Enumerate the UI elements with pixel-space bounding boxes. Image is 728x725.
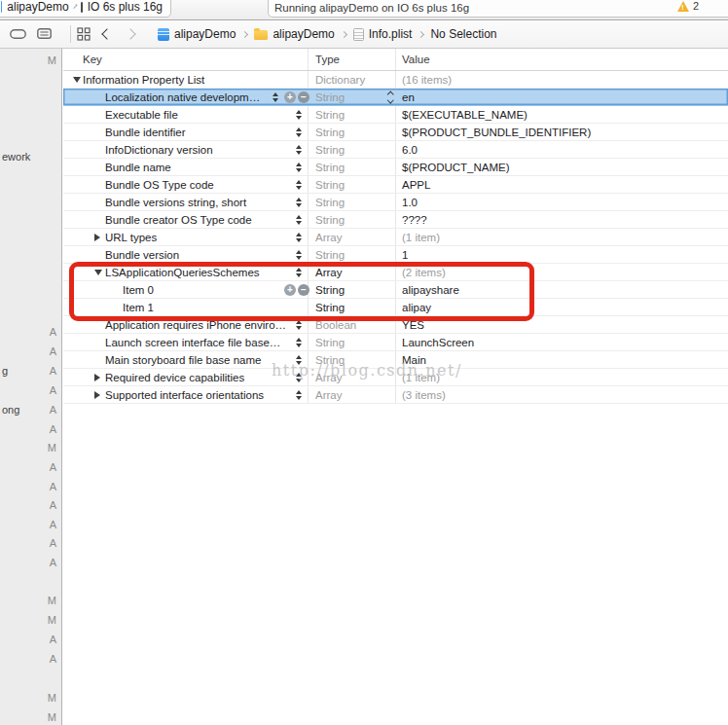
plist-value-cell[interactable]: APPL [402, 179, 430, 191]
plist-type-cell[interactable]: String [315, 354, 345, 366]
plist-type-cell[interactable]: Dictionary [315, 74, 365, 86]
remove-item-button[interactable]: − [298, 91, 309, 103]
forward-button[interactable] [127, 20, 134, 48]
plist-value-cell[interactable]: 6.0 [402, 144, 418, 156]
plist-type-cell[interactable]: String [315, 249, 345, 261]
plist-value-cell[interactable]: 1.0 [402, 197, 418, 208]
stepper-control[interactable] [296, 250, 302, 260]
column-header-value[interactable]: Value [402, 54, 430, 65]
stepper-control[interactable] [296, 390, 302, 400]
scheme-selector[interactable]: alipayDemo IO 6s plus 16g [0, 0, 171, 18]
plist-value-cell[interactable]: (1 item) [402, 372, 440, 383]
plist-row[interactable]: Bundle creator OS Type codeString???? [63, 211, 728, 229]
navigator-file-fragment[interactable]: ong [2, 404, 19, 416]
plist-row[interactable]: Application requires iPhone enviro…Boole… [63, 316, 728, 334]
plist-type-cell[interactable]: String [315, 91, 345, 103]
plist-row[interactable]: Item 1Stringalipay [63, 299, 728, 316]
plist-row[interactable]: Item 0+−Stringalipayshare [63, 281, 728, 299]
comment-icon[interactable] [37, 20, 52, 48]
back-button[interactable] [103, 20, 111, 48]
breadcrumb-project[interactable]: alipayDemo [158, 27, 236, 41]
plist-type-cell[interactable]: String [315, 109, 345, 121]
plist-type-cell[interactable]: Boolean [315, 319, 356, 331]
plist-type-cell[interactable]: String [315, 337, 345, 348]
plist-row[interactable]: Bundle nameString$(PRODUCT_NAME) [63, 159, 728, 176]
plist-value-cell[interactable]: alipay [402, 302, 431, 313]
plist-type-cell[interactable]: String [315, 197, 345, 208]
plist-value-cell[interactable]: YES [402, 319, 424, 331]
stepper-control[interactable] [296, 110, 302, 120]
plist-value-cell[interactable]: (2 items) [402, 267, 446, 278]
plist-row[interactable]: Bundle versionString1 [63, 246, 728, 264]
plist-row[interactable]: Launch screen interface file base…String… [63, 334, 728, 351]
plist-type-cell[interactable]: Array [315, 267, 342, 278]
breadcrumb-selection[interactable]: No Selection [430, 27, 496, 41]
plist-value-cell[interactable]: $(PRODUCT_NAME) [402, 162, 510, 173]
plist-type-cell[interactable]: Array [315, 389, 342, 401]
plist-value-cell[interactable]: (1 item) [402, 232, 440, 243]
plist-row[interactable]: Localization native developm…+−Stringen [63, 89, 728, 106]
plist-value-cell[interactable]: (3 items) [402, 389, 446, 401]
plist-row[interactable]: Required device capabilitiesArray(1 item… [63, 369, 728, 386]
stepper-control[interactable] [296, 233, 302, 242]
plist-type-cell[interactable]: Array [315, 232, 342, 243]
plist-value-cell[interactable]: $(EXECUTABLE_NAME) [402, 109, 528, 121]
stepper-control[interactable] [296, 268, 302, 277]
plist-row[interactable]: Executable fileString$(EXECUTABLE_NAME) [63, 106, 728, 124]
disclosure-collapsed-icon[interactable] [94, 374, 100, 381]
disclosure-expanded-icon[interactable] [73, 77, 81, 83]
stepper-control[interactable] [296, 355, 302, 365]
capsule-icon[interactable] [10, 20, 26, 48]
plist-value-cell[interactable]: alipayshare [402, 284, 459, 296]
stepper-control[interactable] [296, 145, 302, 155]
stepper-control[interactable] [296, 215, 302, 225]
plist-type-cell[interactable]: String [315, 144, 345, 156]
plist-type-cell[interactable]: String [315, 179, 345, 191]
remove-item-button[interactable]: − [298, 284, 309, 296]
add-item-button[interactable]: + [284, 284, 296, 296]
plist-type-cell[interactable]: String [315, 284, 345, 296]
plist-row[interactable]: Supported interface orientationsArray(3 … [63, 386, 728, 404]
stepper-control[interactable] [296, 320, 302, 330]
breadcrumb-file[interactable]: Info.plist [353, 27, 413, 41]
disclosure-collapsed-icon[interactable] [94, 234, 100, 241]
disclosure-collapsed-icon[interactable] [94, 391, 100, 399]
stepper-control[interactable] [296, 338, 302, 347]
stepper-control[interactable] [273, 92, 278, 102]
plist-row[interactable]: Information Property ListDictionary(16 i… [63, 71, 728, 89]
plist-value-cell[interactable]: ???? [402, 214, 427, 226]
add-item-button[interactable]: + [284, 91, 296, 103]
plist-type-cell[interactable]: Array [315, 372, 342, 383]
stepper-control[interactable] [296, 180, 302, 190]
navigator-file-fragment[interactable]: ework [2, 151, 30, 163]
plist-row[interactable]: URL typesArray(1 item) [63, 229, 728, 246]
stepper-control[interactable] [296, 373, 302, 382]
navigator-file-fragment[interactable]: g [2, 365, 8, 377]
breadcrumb-group[interactable]: alipayDemo [254, 27, 334, 41]
plist-row[interactable]: InfoDictionary versionString6.0 [63, 141, 728, 159]
plist-value-cell[interactable]: en [402, 91, 415, 103]
plist-value-cell[interactable]: Main [402, 354, 426, 366]
issues-badge[interactable]: 2 [677, 0, 699, 14]
plist-type-cell[interactable]: String [315, 162, 345, 173]
plist-row[interactable]: Main storyboard file base nameStringMain [63, 351, 728, 369]
plist-value-cell[interactable]: LaunchScreen [402, 337, 474, 348]
disclosure-expanded-icon[interactable] [94, 270, 102, 275]
plist-value-cell[interactable]: (16 items) [402, 74, 452, 86]
plist-row[interactable]: Bundle versions string, shortString1.0 [63, 194, 728, 211]
plist-row[interactable]: LSApplicationQueriesSchemesArray(2 items… [63, 264, 728, 281]
type-popup-chevron-icon[interactable] [388, 91, 393, 102]
plist-value-cell[interactable]: 1 [402, 249, 408, 261]
stepper-control[interactable] [296, 198, 302, 207]
stepper-control[interactable] [296, 163, 302, 172]
column-header-type[interactable]: Type [315, 54, 340, 65]
plist-type-cell[interactable]: String [315, 127, 345, 138]
plist-row[interactable]: Bundle OS Type codeStringAPPL [63, 176, 728, 194]
column-header-key[interactable]: Key [83, 54, 102, 65]
plist-value-cell[interactable]: $(PRODUCT_BUNDLE_IDENTIFIER) [402, 127, 591, 138]
plist-row[interactable]: Bundle identifierString$(PRODUCT_BUNDLE_… [63, 124, 728, 141]
stepper-control[interactable] [296, 127, 302, 137]
plist-type-cell[interactable]: String [315, 214, 345, 226]
plist-type-cell[interactable]: String [315, 302, 345, 313]
related-items-icon[interactable] [77, 20, 91, 48]
